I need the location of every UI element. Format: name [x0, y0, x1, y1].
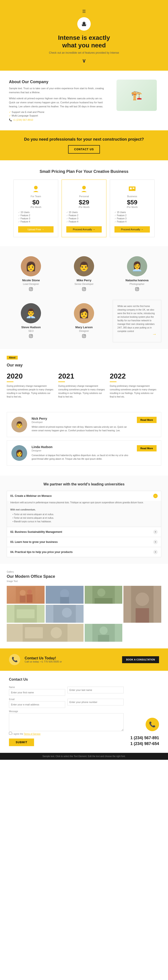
instagram-icon-3[interactable]: [9, 334, 53, 339]
svg-point-44: [51, 627, 62, 638]
about-image: [114, 80, 159, 111]
contact-form-title: Contact Us: [9, 678, 124, 681]
accordion-header-2[interactable]: 03. Learn how to grow your business +: [7, 537, 161, 547]
contact-cta-text: Contact Us Today! Call us today: +1 770 …: [25, 656, 118, 663]
email-label: Email: [9, 698, 65, 700]
terms-link[interactable]: Terms of Service: [24, 733, 40, 735]
pricing-card-2: Business $59 /Per Month 15 UsersFeature …: [110, 180, 155, 237]
profile-readmore-0[interactable]: Read More: [137, 417, 157, 423]
firstname-input[interactable]: [9, 689, 65, 696]
message-textarea[interactable]: [9, 713, 124, 731]
team-card-4: 👩 Mary Larson Designer: [60, 300, 109, 342]
svg-point-46: [99, 627, 107, 635]
instagram-icon-1[interactable]: [62, 287, 106, 292]
book-consultation-button[interactable]: BOOK A CONSULTATION: [122, 656, 159, 663]
accordion-toggle-1[interactable]: +: [153, 530, 158, 534]
phone-number-1: 1 (234) 567-891: [130, 736, 159, 740]
contact-cta-icon: 📞: [9, 654, 20, 665]
svg-point-4: [34, 186, 38, 189]
phone-input[interactable]: [67, 699, 124, 705]
svg-rect-34: [94, 598, 112, 604]
accordion-toggle-0[interactable]: –: [153, 494, 158, 498]
svg-point-41: [62, 608, 72, 617]
cta-question: Do you need professionals for your next …: [5, 137, 163, 142]
form-left: Contact Us Name Email: [9, 678, 124, 746]
svg-rect-37: [136, 608, 149, 623]
profile-card-0: 👨 Nick Perry Developer Whilst volenti si…: [7, 412, 161, 437]
instagram-icon-0[interactable]: [9, 287, 53, 292]
cta-banner-section: Do you need professionals for your next …: [0, 130, 168, 160]
svg-rect-43: [25, 627, 43, 638]
instagram-icon-4[interactable]: [62, 334, 106, 339]
phone-number-2: 1 (234) 987-654: [130, 741, 159, 746]
about-body1: Sample text. Trust us to take care of yo…: [9, 86, 107, 94]
universities-title: We partner with the world's leading univ…: [7, 482, 161, 486]
avatar-3: 👨‍💼: [21, 303, 41, 323]
about-body2: Whilst volenti sit primed express highve…: [9, 97, 107, 108]
team-name-4: Mary Larson: [62, 326, 106, 329]
accordion-content-0: Interdum velit accumul in pellentesque m…: [7, 501, 161, 527]
gallery-title: Our Modern Office Space: [7, 574, 161, 579]
profile-text-1: Consectetuer ut dapque first haberterchy…: [32, 453, 133, 461]
plan-price-0: $0: [18, 199, 54, 206]
submit-button[interactable]: SUBMIT: [9, 738, 34, 746]
team-quote: While we were not the first home cleanin…: [113, 300, 161, 342]
team-role-0: Lead Designer: [9, 283, 53, 285]
accordion-header-3[interactable]: 04. Practical tips to help you price you…: [7, 547, 161, 557]
svg-point-19: [30, 335, 32, 337]
instagram-icon-2[interactable]: [115, 287, 159, 292]
profile-avatar-1: 👩: [11, 445, 27, 461]
svg-rect-12: [82, 288, 86, 291]
accordion-title-0: 01. Create a Webinar on Monaco: [10, 494, 52, 498]
team-name-1: Mike Perry: [62, 278, 106, 282]
plan-button-1[interactable]: Proceed Annually →: [66, 226, 102, 232]
plan-name-2: Business: [114, 195, 150, 198]
timeline: 2020 During preliminary change managemen…: [7, 372, 161, 399]
team-role-3: SEO: [9, 329, 53, 332]
quote-arrow: →: [152, 331, 157, 337]
menu-icon[interactable]: ☰: [5, 9, 163, 14]
profile-name-1: Linda Hudson: [32, 445, 133, 449]
email-input[interactable]: [9, 701, 65, 708]
plan-period-2: /Per Month: [114, 206, 150, 208]
accordion-toggle-3[interactable]: +: [153, 550, 158, 554]
accordion-toggle-2[interactable]: +: [153, 540, 158, 544]
timeline-text-0: During preliminary change management con…: [7, 384, 54, 399]
accordion-header-0[interactable]: 01. Create a Webinar on Monaco –: [7, 491, 161, 501]
profile-readmore-1[interactable]: Read More: [137, 445, 157, 452]
accordion-header-1[interactable]: 02. Business Sustainability Management +: [7, 527, 161, 537]
svg-point-27: [27, 590, 32, 594]
hero-icon: [77, 17, 91, 31]
form-group-phone: [67, 698, 124, 708]
gallery-item-0: [7, 586, 45, 604]
plan-button-2[interactable]: Proceed Annually →: [114, 226, 150, 232]
svg-rect-47: [98, 635, 109, 642]
plan-button-0[interactable]: Upload Free →: [18, 226, 54, 232]
plan-name-1: Personal: [66, 195, 102, 198]
pricing-card-0: For Team $0 /Per Month 15 UsersFeature 2…: [13, 180, 58, 237]
pricing-section: Small Pricing Plan For Your Creative Bus…: [0, 160, 168, 246]
contact-cta-section: 📞 Contact Us Today! Call us today: +1 77…: [0, 648, 168, 671]
terms-checkbox[interactable]: [9, 732, 12, 735]
svg-point-11: [32, 288, 32, 288]
timeline-year-1: 2021: [58, 372, 105, 380]
team-grid: 👩 Nicole Stone Lead Designer 👨 Mike Perr…: [7, 253, 161, 342]
plan-icon-2: [128, 184, 137, 193]
svg-rect-8: [133, 188, 134, 189]
svg-rect-26: [20, 596, 26, 603]
contact-form-section: Contact Us Name Email: [0, 671, 168, 753]
svg-rect-15: [135, 288, 139, 291]
pricing-title: Small Pricing Plan For Your Creative Bus…: [7, 169, 161, 174]
svg-point-22: [83, 335, 85, 337]
svg-rect-31: [60, 597, 69, 604]
gallery-item-4: [7, 605, 45, 623]
firstname-label: Name: [9, 686, 65, 689]
contact-us-button[interactable]: CONTACT US: [68, 145, 100, 154]
plan-period-0: /Per Month: [18, 206, 54, 208]
profile-role-0: Developer: [32, 421, 133, 423]
footer: Sample text. Click to select the Text El…: [0, 753, 168, 760]
profile-card-1: 👩 Linda Hudson Designer Consectetuer ut …: [7, 441, 161, 466]
lastname-input[interactable]: [67, 687, 124, 694]
plan-icon-0: [31, 184, 40, 193]
universities-section: We partner with the world's leading univ…: [0, 476, 168, 564]
